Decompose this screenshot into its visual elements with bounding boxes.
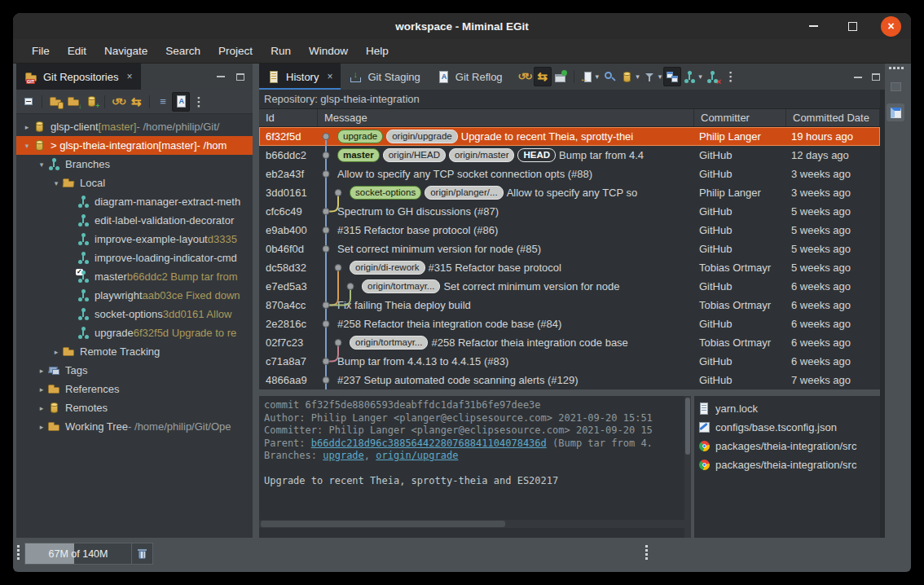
column-header-id[interactable]: Id [259,109,318,126]
tree-item[interactable]: edit-label-validation-decorator [16,211,253,230]
commit-link[interactable]: origin/upgrade [376,450,458,461]
commit-row[interactable]: 3dd0161socket-optionsorigin/planger/...A… [259,183,880,202]
tab-git-reflog[interactable]: Git Reflog [429,64,511,90]
minimize-view-icon[interactable] [217,76,225,77]
commit-row[interactable]: 02f7c23origin/tortmayr...#258 Refactor t… [259,333,880,352]
filter-button[interactable]: ▾ [641,67,664,86]
tree-item[interactable]: playwright aab03ce Fixed down [16,286,253,305]
tree-item[interactable]: socket-options 3dd0161 Allow [16,305,253,323]
dropdown-caret-icon[interactable]: ▾ [636,73,640,81]
hierarchy-layout-button[interactable]: ≡ [154,92,172,112]
perspective-bar-handle[interactable] [889,67,891,69]
tree-item[interactable]: ▸References [16,380,253,398]
run-garbage-collector-button[interactable] [131,543,152,564]
collapse-all-button[interactable] [20,92,37,112]
pin-view-button[interactable] [552,67,570,86]
commit-row[interactable]: c71a8a7Bump tar from 4.4.13 to 4.4.15 (#… [259,352,880,371]
compare-mode-button[interactable]: ▾ [681,67,704,86]
changed-file-item[interactable]: yarn.lock [694,399,880,418]
tab-history[interactable]: History× [259,64,341,90]
changed-file-item[interactable]: packages/theia-integration/src [694,455,880,474]
expand-arrow-icon[interactable]: ▸ [36,385,47,394]
expand-arrow-icon[interactable]: ▾ [51,179,62,187]
commit-row[interactable]: b66ddc2masterorigin/HEADorigin/masterHEA… [259,146,880,165]
view-menu-button[interactable]: ⋮ [190,92,208,112]
tab-git-repositories[interactable]: GIT Git Repositories × [16,64,141,90]
details-horizontal-scrollbar[interactable] [259,520,684,528]
clone-repository-button[interactable]: ↓ [64,92,82,112]
commit-row[interactable]: 0b46f0dSet correct minimum version for n… [259,240,880,258]
menu-search[interactable]: Search [156,39,209,64]
commit-row[interactable]: 6f32f5dupgradeorigin/upgradeUpgrade to r… [259,127,880,146]
expand-arrow-icon[interactable]: ▸ [21,123,33,131]
dropdown-caret-icon[interactable]: ▾ [698,73,702,81]
expand-arrow-icon[interactable]: ▸ [36,367,47,375]
view-menu-button[interactable]: ⋮ [722,67,740,86]
tree-item[interactable]: upgrade 6f32f5d Upgrade to re [16,323,253,342]
split-layout-button[interactable] [663,67,681,86]
maximize-view-icon[interactable] [236,73,244,81]
tree-item[interactable]: ▸Remote Tracking [16,342,253,361]
tree-item[interactable]: ✓master b66ddc2 Bump tar from [16,267,253,286]
tree-item[interactable]: ▸Tags [16,361,253,380]
menu-run[interactable]: Run [262,39,300,64]
refresh-button[interactable]: ↺↻ [109,92,127,112]
git-perspective-button[interactable] [887,103,904,121]
commit-row[interactable]: e9ab400#315 Refactor base protocol (#86)… [259,221,880,240]
column-header-committer[interactable]: Committer [694,109,786,126]
tree-item[interactable]: ▾> glsp-theia-integration [master] - /ho… [16,136,253,155]
commit-link[interactable]: b66ddc218d96c38856442280768841104078436d [311,438,547,449]
statusbar-handle-right[interactable] [645,549,648,552]
minimize-button[interactable] [803,15,824,37]
expand-arrow-icon[interactable]: ▸ [36,404,47,412]
horizontal-splitter[interactable] [259,389,880,396]
changed-file-item[interactable]: configs/base.tsconfig.json [694,418,880,437]
expand-arrow-icon[interactable]: ▾ [21,142,33,150]
tree-item[interactable]: ▸glsp-client [master] - /home/philip/Git… [16,117,253,136]
search-button[interactable] [601,67,618,86]
column-header-committed-date[interactable]: Committed Date [786,109,880,126]
link-with-selection-button[interactable]: ⇆ [127,92,145,112]
expand-arrow-icon[interactable]: ▸ [51,348,62,356]
tree-item[interactable]: ▸Working Tree - /home/philip/Git/Ope [16,417,253,436]
minimize-button[interactable] [849,67,867,86]
commit-row[interactable]: e7ed5a3origin/tortmayr...Set correct min… [259,277,880,296]
commit-row[interactable]: 870a4ccFix failing Theia deploy buildTob… [259,296,880,314]
tree-item[interactable]: improve-loading-indicator-cmd [16,249,253,267]
changed-file-item[interactable]: packages/theia-integration/src [694,437,880,455]
commit-row[interactable]: cfc6c49Spectrum to GH discussions (#87)G… [259,202,880,221]
expand-arrow-icon[interactable]: ▸ [36,423,47,431]
commit-row[interactable]: 2e2816c#258 Refactor theia integration c… [259,314,880,333]
column-header-message[interactable]: Message [318,109,694,126]
tab-git-staging[interactable]: Git Staging [341,64,428,90]
menu-help[interactable]: Help [357,39,398,64]
tree-item[interactable]: improve-example-layout d3335 [16,230,253,249]
refresh-button[interactable]: ↺↻ [516,67,534,86]
titlebar[interactable]: workspace - Miminal EGit × [13,13,911,39]
vertical-splitter[interactable] [253,64,259,538]
commit-link[interactable]: upgrade [323,450,364,461]
maximize-button[interactable] [867,67,885,86]
dropdown-caret-icon[interactable]: ▾ [658,73,662,81]
menu-navigate[interactable]: Navigate [95,39,156,64]
tree-item[interactable]: ▾Local [16,174,253,192]
branch-representation-button[interactable] [172,92,190,112]
expand-arrow-icon[interactable]: ▾ [36,161,47,169]
open-perspective-button[interactable] [887,77,904,95]
link-with-editor-button[interactable]: ⇆ [534,67,552,86]
menu-edit[interactable]: Edit [59,39,95,64]
create-repository-button[interactable]: + [82,92,100,112]
tree-item[interactable]: ▾Branches [16,155,253,174]
menu-window[interactable]: Window [300,39,357,64]
commit-row[interactable]: dc58d32origin/di-rework#315 Refactor bas… [259,258,880,277]
tree-item[interactable]: diagram-manager-extract-meth [16,192,253,211]
deleted-branches-button[interactable]: × [704,67,722,86]
show-all-repository-button[interactable]: ▾ [618,67,641,86]
close-tab-icon[interactable]: × [126,71,132,82]
maximize-button[interactable] [842,15,863,37]
tree-item[interactable]: ▸Remotes [16,398,253,417]
add-repository-button[interactable] [46,92,64,112]
dropdown-caret-icon[interactable]: ▾ [596,73,600,81]
close-button[interactable]: × [881,16,901,37]
menu-project[interactable]: Project [209,39,262,64]
